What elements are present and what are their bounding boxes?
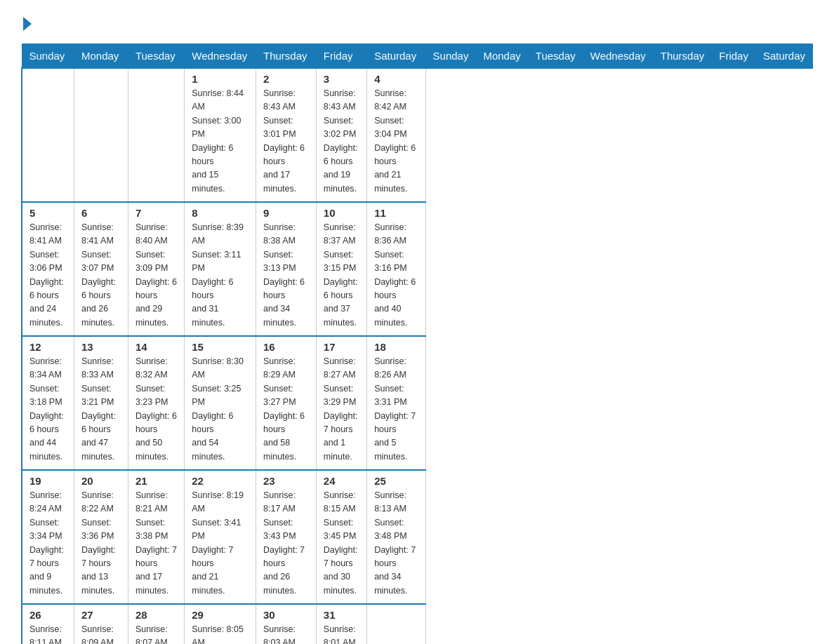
- logo: [21, 14, 33, 31]
- day-info: Sunrise: 8:30 AMSunset: 3:25 PMDaylight:…: [192, 355, 249, 464]
- day-info: Sunrise: 8:17 AMSunset: 3:43 PMDaylight:…: [263, 489, 309, 598]
- calendar-cell: 2Sunrise: 8:43 AMSunset: 3:01 PMDaylight…: [256, 68, 317, 202]
- header-friday: Friday: [316, 44, 366, 69]
- header-tuesday: Tuesday: [128, 44, 184, 69]
- calendar-cell: 6Sunrise: 8:41 AMSunset: 3:07 PMDaylight…: [74, 202, 128, 336]
- day-number: 9: [263, 207, 309, 219]
- calendar-cell: 23Sunrise: 8:17 AMSunset: 3:43 PMDayligh…: [256, 470, 317, 604]
- header-friday: Friday: [712, 44, 756, 69]
- header-wednesday: Wednesday: [583, 44, 653, 69]
- day-number: 21: [135, 475, 177, 487]
- day-number: 28: [135, 609, 177, 621]
- header-sunday: Sunday: [22, 44, 74, 69]
- calendar-table: SundayMondayTuesdayWednesdayThursdayFrid…: [21, 43, 813, 644]
- day-number: 8: [192, 207, 249, 219]
- day-info: Sunrise: 8:34 AMSunset: 3:18 PMDaylight:…: [29, 355, 67, 464]
- header-saturday: Saturday: [755, 44, 812, 69]
- calendar-cell: 13Sunrise: 8:33 AMSunset: 3:21 PMDayligh…: [74, 336, 128, 470]
- day-number: 30: [263, 609, 309, 621]
- day-number: 24: [324, 475, 359, 487]
- day-number: 5: [29, 207, 67, 219]
- calendar-cell: 8Sunrise: 8:39 AMSunset: 3:11 PMDaylight…: [185, 202, 256, 336]
- calendar-cell: 7Sunrise: 8:40 AMSunset: 3:09 PMDaylight…: [128, 202, 184, 336]
- day-info: Sunrise: 8:36 AMSunset: 3:16 PMDaylight:…: [374, 221, 418, 330]
- day-number: 2: [263, 73, 309, 85]
- day-info: Sunrise: 8:01 AMSunset: 4:03 PMDaylight:…: [324, 623, 359, 644]
- header-tuesday: Tuesday: [528, 44, 583, 69]
- day-info: Sunrise: 8:43 AMSunset: 3:01 PMDaylight:…: [263, 87, 309, 196]
- calendar-cell: 9Sunrise: 8:38 AMSunset: 3:13 PMDaylight…: [256, 202, 317, 336]
- day-number: 13: [81, 341, 121, 353]
- calendar-cell: 31Sunrise: 8:01 AMSunset: 4:03 PMDayligh…: [316, 604, 366, 644]
- calendar-cell: 14Sunrise: 8:32 AMSunset: 3:23 PMDayligh…: [128, 336, 184, 470]
- header-thursday: Thursday: [256, 44, 317, 69]
- day-info: Sunrise: 8:05 AMSunset: 3:58 PMDaylight:…: [192, 623, 249, 644]
- day-info: Sunrise: 8:15 AMSunset: 3:45 PMDaylight:…: [324, 489, 359, 598]
- calendar-cell: 20Sunrise: 8:22 AMSunset: 3:36 PMDayligh…: [74, 470, 128, 604]
- header-thursday: Thursday: [653, 44, 712, 69]
- day-number: 6: [81, 207, 121, 219]
- day-info: Sunrise: 8:40 AMSunset: 3:09 PMDaylight:…: [135, 221, 177, 330]
- day-info: Sunrise: 8:19 AMSunset: 3:41 PMDaylight:…: [192, 489, 249, 598]
- day-number: 25: [374, 475, 418, 487]
- day-number: 10: [324, 207, 359, 219]
- header-sunday: Sunday: [425, 44, 476, 69]
- calendar-cell: 30Sunrise: 8:03 AMSunset: 4:00 PMDayligh…: [256, 604, 317, 644]
- day-number: 23: [263, 475, 309, 487]
- day-info: Sunrise: 8:32 AMSunset: 3:23 PMDaylight:…: [135, 355, 177, 464]
- calendar-cell: 29Sunrise: 8:05 AMSunset: 3:58 PMDayligh…: [185, 604, 256, 644]
- day-number: 18: [374, 341, 418, 353]
- day-info: Sunrise: 8:24 AMSunset: 3:34 PMDaylight:…: [29, 489, 67, 598]
- day-number: 1: [192, 73, 249, 85]
- day-info: Sunrise: 8:09 AMSunset: 3:53 PMDaylight:…: [81, 623, 121, 644]
- day-number: 20: [81, 475, 121, 487]
- calendar-cell: 3Sunrise: 8:43 AMSunset: 3:02 PMDaylight…: [316, 68, 366, 202]
- day-info: Sunrise: 8:21 AMSunset: 3:38 PMDaylight:…: [135, 489, 177, 598]
- day-info: Sunrise: 8:13 AMSunset: 3:48 PMDaylight:…: [374, 489, 418, 598]
- calendar-cell: [74, 68, 128, 202]
- calendar-cell: [367, 604, 425, 644]
- day-number: 22: [192, 475, 249, 487]
- day-number: 4: [374, 73, 418, 85]
- calendar-cell: 17Sunrise: 8:27 AMSunset: 3:29 PMDayligh…: [316, 336, 366, 470]
- calendar-cell: 18Sunrise: 8:26 AMSunset: 3:31 PMDayligh…: [367, 336, 425, 470]
- day-number: 29: [192, 609, 249, 621]
- day-info: Sunrise: 8:22 AMSunset: 3:36 PMDaylight:…: [81, 489, 121, 598]
- calendar-cell: 26Sunrise: 8:11 AMSunset: 3:50 PMDayligh…: [22, 604, 74, 644]
- day-number: 7: [135, 207, 177, 219]
- day-info: Sunrise: 8:39 AMSunset: 3:11 PMDaylight:…: [192, 221, 249, 330]
- calendar-cell: 24Sunrise: 8:15 AMSunset: 3:45 PMDayligh…: [316, 470, 366, 604]
- calendar-week-2: 5Sunrise: 8:41 AMSunset: 3:06 PMDaylight…: [22, 202, 813, 336]
- day-number: 11: [374, 207, 418, 219]
- calendar-header-row: SundayMondayTuesdayWednesdayThursdayFrid…: [22, 44, 813, 69]
- day-info: Sunrise: 8:26 AMSunset: 3:31 PMDaylight:…: [374, 355, 418, 464]
- day-info: Sunrise: 8:03 AMSunset: 4:00 PMDaylight:…: [263, 623, 309, 644]
- calendar-week-3: 12Sunrise: 8:34 AMSunset: 3:18 PMDayligh…: [22, 336, 813, 470]
- day-number: 12: [29, 341, 67, 353]
- day-number: 19: [29, 475, 67, 487]
- day-info: Sunrise: 8:41 AMSunset: 3:07 PMDaylight:…: [81, 221, 121, 330]
- calendar-cell: 5Sunrise: 8:41 AMSunset: 3:06 PMDaylight…: [22, 202, 74, 336]
- calendar-cell: 27Sunrise: 8:09 AMSunset: 3:53 PMDayligh…: [74, 604, 128, 644]
- calendar-cell: 16Sunrise: 8:29 AMSunset: 3:27 PMDayligh…: [256, 336, 317, 470]
- day-number: 3: [324, 73, 359, 85]
- calendar-cell: 28Sunrise: 8:07 AMSunset: 3:55 PMDayligh…: [128, 604, 184, 644]
- day-info: Sunrise: 8:43 AMSunset: 3:02 PMDaylight:…: [324, 87, 359, 196]
- calendar-cell: [128, 68, 184, 202]
- calendar-cell: 11Sunrise: 8:36 AMSunset: 3:16 PMDayligh…: [367, 202, 425, 336]
- day-info: Sunrise: 8:07 AMSunset: 3:55 PMDaylight:…: [135, 623, 177, 644]
- day-number: 17: [324, 341, 359, 353]
- calendar-cell: 22Sunrise: 8:19 AMSunset: 3:41 PMDayligh…: [185, 470, 256, 604]
- day-number: 31: [324, 609, 359, 621]
- calendar-cell: 1Sunrise: 8:44 AMSunset: 3:00 PMDaylight…: [185, 68, 256, 202]
- day-info: Sunrise: 8:42 AMSunset: 3:04 PMDaylight:…: [374, 87, 418, 196]
- header-monday: Monday: [476, 44, 528, 69]
- day-info: Sunrise: 8:29 AMSunset: 3:27 PMDaylight:…: [263, 355, 309, 464]
- day-info: Sunrise: 8:11 AMSunset: 3:50 PMDaylight:…: [29, 623, 67, 644]
- calendar-cell: 12Sunrise: 8:34 AMSunset: 3:18 PMDayligh…: [22, 336, 74, 470]
- calendar-cell: 15Sunrise: 8:30 AMSunset: 3:25 PMDayligh…: [185, 336, 256, 470]
- day-info: Sunrise: 8:27 AMSunset: 3:29 PMDaylight:…: [324, 355, 359, 464]
- calendar-week-1: 1Sunrise: 8:44 AMSunset: 3:00 PMDaylight…: [22, 68, 813, 202]
- header-monday: Monday: [74, 44, 128, 69]
- page-header: [21, 14, 813, 31]
